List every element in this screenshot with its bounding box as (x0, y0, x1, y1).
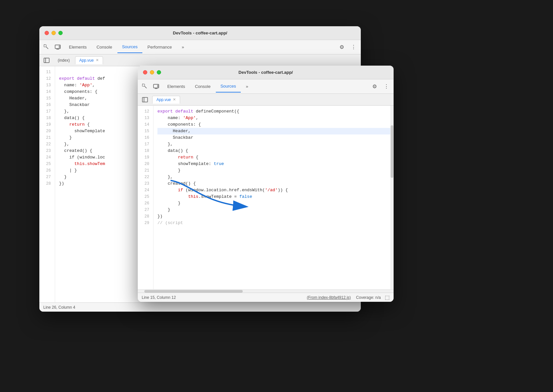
code-line-front-23: created() { (157, 180, 394, 187)
tab-elements-front[interactable]: Elements (163, 81, 190, 93)
status-bar-front: Line 15, Column 12 (From index-8bfa4912.… (138, 293, 394, 302)
status-source-front[interactable]: (From index-8bfa4912.js) (307, 295, 351, 300)
file-tab-index-back[interactable]: (index) (54, 57, 74, 64)
svg-rect-6 (157, 85, 158, 87)
more-icon-front[interactable]: ⋮ (382, 82, 391, 91)
close-tab-icon-back[interactable]: ✕ (96, 58, 99, 62)
code-line-front-25: this.showTemplate = false (157, 194, 394, 200)
status-position-front: Line 15, Column 12 (142, 295, 176, 300)
devtools-window-front: DevTools - coffee-cart.app/ Elements Con… (138, 66, 394, 302)
code-line-front-26: } (157, 200, 394, 207)
drawer-icon-front[interactable]: ⬚ (385, 294, 390, 300)
settings-icon-front[interactable]: ⚙ (370, 82, 379, 91)
code-line-front-28: }) (157, 213, 394, 220)
status-text-back: Line 26, Column 4 (43, 305, 75, 310)
code-line-front-29: // (script (157, 220, 394, 226)
code-line-front-27: } (157, 207, 394, 213)
svg-rect-4 (142, 84, 145, 86)
svg-rect-0 (44, 45, 46, 47)
code-editor-front: 12 13 14 15 16 17 18 19 20 21 22 23 24 2… (138, 106, 394, 289)
title-bar-front: DevTools - coffee-cart.app/ (138, 66, 394, 79)
svg-rect-2 (59, 46, 60, 48)
minimize-button-back[interactable] (51, 31, 56, 35)
status-coverage-front: Coverage: n/a (356, 295, 381, 300)
window-title-front: DevTools - coffee-cart.app/ (238, 70, 293, 75)
scrollbar-track-front[interactable] (390, 106, 394, 289)
status-bar-back: Line 26, Column 4 (39, 302, 361, 312)
tab-console-front[interactable]: Console (190, 81, 215, 93)
code-line-front-14: components: { (157, 121, 394, 128)
window-title-back: DevTools - coffee-cart.app/ (173, 31, 227, 35)
scrollbar-thumb-front[interactable] (391, 125, 393, 178)
close-tab-icon-front[interactable]: ✕ (173, 97, 176, 102)
traffic-lights-back (45, 31, 63, 35)
code-main-front: 12 13 14 15 16 17 18 19 20 21 22 23 24 2… (138, 106, 394, 289)
sidebar-toggle-back[interactable] (42, 56, 51, 65)
maximize-button-front[interactable] (157, 70, 161, 74)
code-line-front-18: data() { (157, 148, 394, 154)
code-line-front-22: }, (157, 174, 394, 180)
line-numbers-back: 11 12 13 14 15 16 17 18 19 20 21 22 23 2… (39, 66, 55, 302)
tab-performance-back[interactable]: Performance (143, 41, 176, 53)
tab-console-back[interactable]: Console (92, 41, 117, 53)
code-content-front: export default defineComponent({ name: '… (154, 106, 394, 289)
more-icon-back[interactable]: ⋮ (349, 43, 358, 52)
code-line-front-19: return { (157, 154, 394, 161)
device-icon-front[interactable] (152, 82, 161, 91)
horizontal-scrollbar-front[interactable] (138, 289, 394, 293)
close-button-front[interactable] (143, 70, 147, 74)
device-icon[interactable] (53, 43, 62, 52)
file-tabs-bar-front: App.vue ✕ (138, 94, 394, 106)
minimize-button-front[interactable] (150, 70, 154, 74)
tab-elements-back[interactable]: Elements (64, 41, 91, 53)
maximize-button-back[interactable] (58, 31, 63, 35)
tab-sources-front[interactable]: Sources (216, 81, 241, 93)
file-tabs-bar-back: (index) App.vue ✕ (39, 54, 361, 66)
tab-bar-back: Elements Console Sources Performance » ⚙… (39, 40, 361, 54)
code-line-front-21: } (157, 167, 394, 174)
file-tab-appvue-front[interactable]: App.vue ✕ (152, 96, 180, 104)
sidebar-toggle-front[interactable] (140, 95, 150, 104)
traffic-lights-front (143, 70, 161, 74)
inspect-icon-front[interactable] (140, 82, 150, 91)
tab-more-front[interactable]: » (241, 81, 253, 93)
code-line-front-13: name: 'App', (157, 115, 394, 121)
settings-icon-back[interactable]: ⚙ (337, 43, 346, 52)
tab-bar-front: Elements Console Sources » ⚙ ⋮ (138, 79, 394, 94)
code-line-front-16: Snackbar (157, 134, 394, 141)
line-numbers-front: 12 13 14 15 16 17 18 19 20 21 22 23 24 2… (138, 106, 154, 289)
code-line-front-15: Header, (157, 128, 394, 134)
title-bar-back: DevTools - coffee-cart.app/ (39, 26, 361, 40)
svg-rect-3 (44, 58, 49, 63)
horizontal-scrollbar-thumb-front[interactable] (144, 290, 243, 293)
svg-rect-7 (142, 97, 148, 102)
close-button-back[interactable] (45, 31, 49, 35)
code-line-front-20: showTemplate: true (157, 161, 394, 167)
code-line-front-12: export default defineComponent({ (157, 108, 394, 115)
code-line-front-17: }, (157, 141, 394, 148)
file-tab-appvue-back[interactable]: App.vue ✕ (75, 56, 103, 64)
inspect-icon[interactable] (42, 43, 51, 52)
tab-sources-back[interactable]: Sources (117, 41, 142, 53)
code-line-front-24: if (window.location.href.endsWith('/ad')… (157, 187, 394, 194)
tab-more-back[interactable]: » (177, 41, 189, 53)
